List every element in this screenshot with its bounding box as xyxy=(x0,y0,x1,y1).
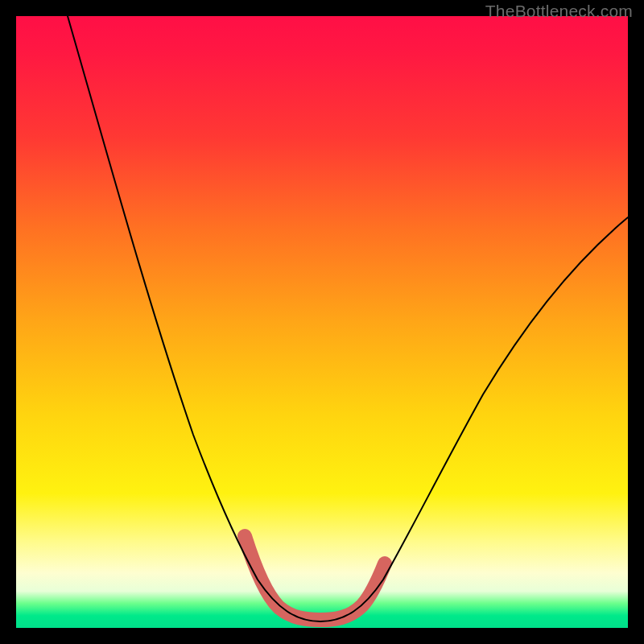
plot-area xyxy=(16,16,628,628)
optimal-range-highlight xyxy=(245,536,385,620)
bottleneck-curve-left xyxy=(68,16,320,621)
chart-svg xyxy=(16,16,628,628)
chart-frame: TheBottleneck.com xyxy=(0,0,644,644)
watermark-text: TheBottleneck.com xyxy=(485,2,633,21)
bottleneck-curve-right xyxy=(320,217,628,621)
